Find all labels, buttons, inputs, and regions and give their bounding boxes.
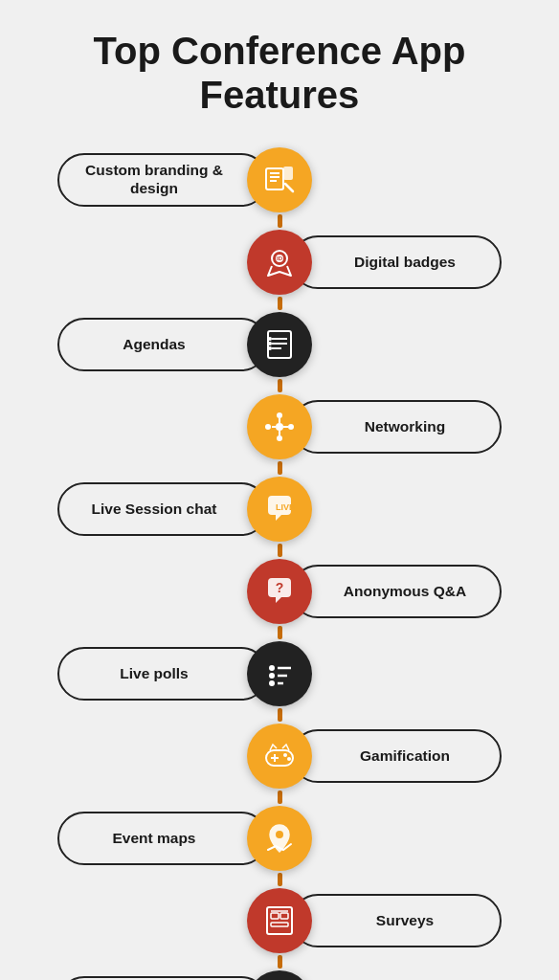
icon-live-polls [247,641,312,706]
svg-point-35 [283,753,287,757]
feature-row-anonymous-qa: ? Anonymous Q&A [19,557,540,626]
connector-5 [19,626,540,639]
icon-live-session: LIVE [247,477,312,542]
icon-gamification [247,724,312,789]
feature-row-live-polls: Live polls [19,639,540,708]
connector-7 [19,791,540,804]
icon-networking [247,394,312,459]
svg-point-17 [288,424,294,430]
svg-point-30 [269,680,275,686]
connector-9 [19,955,540,969]
svg-point-36 [287,757,291,761]
svg-text:LIVE: LIVE [276,502,295,512]
svg-rect-41 [271,923,288,926]
features-list: Custom branding & design ID Digital badg… [19,145,540,980]
svg-rect-0 [266,168,283,189]
svg-text:ID: ID [277,256,283,261]
svg-rect-4 [283,167,293,180]
connector-6 [19,708,540,722]
connector-1 [19,297,540,310]
pill-custom-branding: Custom branding & design [57,153,268,207]
pill-gamification: Gamification [291,729,502,783]
feature-row-live-session: Live Session chat LIVE [19,475,540,544]
svg-point-26 [269,665,275,671]
svg-rect-1 [270,172,280,174]
svg-rect-3 [270,180,277,182]
feature-row-networking: Networking [19,392,540,461]
svg-point-16 [265,424,271,430]
pill-event-maps: Event maps [57,812,268,865]
svg-point-12 [268,337,272,341]
pill-video-libraries: Video libraries [57,976,268,980]
feature-row-event-maps: Event maps [19,804,540,873]
icon-agendas [247,312,312,377]
pill-anonymous-qa: Anonymous Q&A [291,565,502,618]
svg-point-28 [269,673,275,679]
svg-rect-2 [270,176,280,178]
pill-agendas: Agendas [57,318,268,371]
connector-3 [19,461,540,475]
svg-rect-39 [271,913,279,919]
feature-row-gamification: Gamification [19,722,540,791]
feature-row-agendas: Agendas [19,310,540,379]
icon-video-libraries [247,970,312,980]
page-title: Top Conference App Features [94,29,466,117]
svg-point-14 [268,346,272,350]
pill-networking: Networking [291,400,502,454]
svg-text:?: ? [276,580,284,595]
connector-2 [19,379,540,392]
pill-live-polls: Live polls [57,647,268,701]
feature-row-video-libraries: Video libraries [19,969,540,980]
connector-8 [19,873,540,886]
connector-4 [19,544,540,557]
svg-point-37 [276,831,283,838]
pill-digital-badges: Digital badges [291,235,502,289]
icon-custom-branding [247,147,312,212]
pill-live-session: Live Session chat [57,482,268,536]
feature-row-surveys: Surveys [19,886,540,955]
feature-row-custom-branding: Custom branding & design [19,145,540,214]
feature-row-digital-badges: ID Digital badges [19,228,540,297]
svg-point-19 [277,435,282,441]
icon-event-maps [247,806,312,871]
icon-anonymous-qa: ? [247,559,312,624]
icon-surveys [247,888,312,953]
pill-surveys: Surveys [291,894,502,947]
svg-point-15 [276,423,283,431]
svg-point-18 [277,412,282,418]
connector-0 [19,214,540,228]
svg-rect-40 [280,913,288,919]
svg-point-13 [268,342,272,345]
icon-digital-badges: ID [247,230,312,295]
